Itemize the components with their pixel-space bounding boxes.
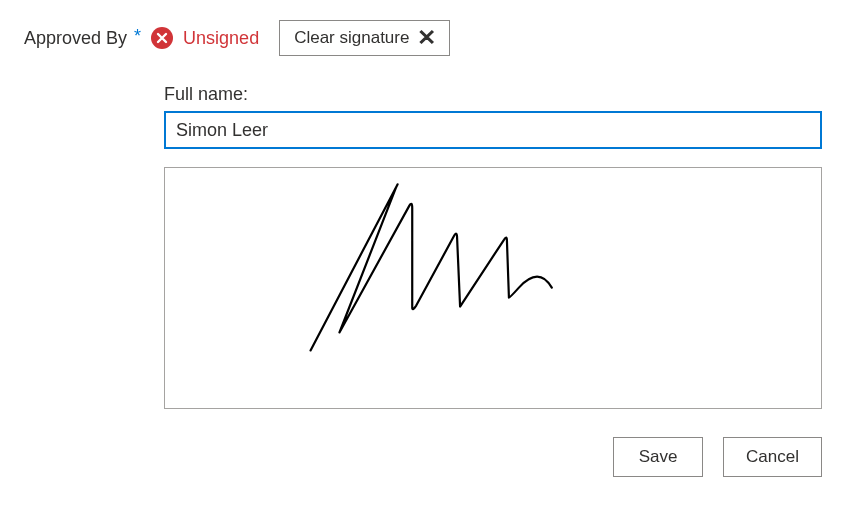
unsigned-status: Unsigned: [183, 28, 259, 49]
signature-pad[interactable]: [164, 167, 822, 409]
full-name-input[interactable]: [164, 111, 822, 149]
clear-signature-label: Clear signature: [294, 28, 409, 48]
save-button[interactable]: Save: [613, 437, 703, 477]
field-label-text: Approved By: [24, 28, 127, 48]
error-icon: [151, 27, 173, 49]
clear-signature-button[interactable]: Clear signature ✕: [279, 20, 450, 56]
full-name-label: Full name:: [164, 84, 825, 105]
required-asterisk: *: [134, 26, 141, 46]
approved-by-label: Approved By *: [24, 28, 141, 49]
close-icon: ✕: [417, 27, 436, 49]
cancel-button[interactable]: Cancel: [723, 437, 822, 477]
